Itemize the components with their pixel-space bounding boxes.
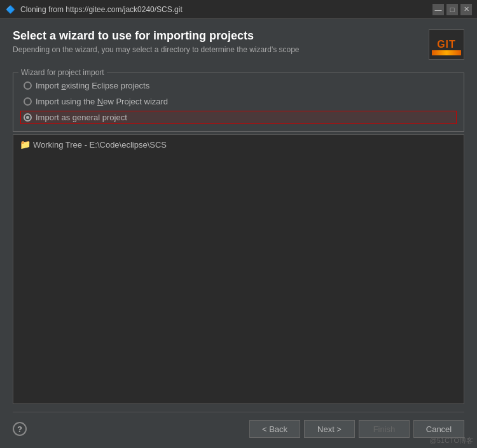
tree-item-working-tree[interactable]: 📁 Working Tree - E:\Code\eclipse\SCS bbox=[16, 137, 461, 151]
close-button[interactable]: ✕ bbox=[460, 4, 472, 15]
group-box-legend: Wizard for project import bbox=[18, 68, 107, 77]
main-content: Select a wizard to use for importing pro… bbox=[0, 19, 477, 448]
minimize-button[interactable]: — bbox=[432, 4, 444, 15]
title-bar-text: Cloning from https://gitee.com/jack0240/… bbox=[20, 5, 427, 14]
separator bbox=[13, 412, 464, 412]
next-button[interactable]: Next > bbox=[304, 420, 355, 438]
button-group: < Back Next > Finish Cancel bbox=[249, 420, 464, 438]
radio-label-general: Import as general project bbox=[36, 113, 127, 122]
radio-label-existing: Import existing Eclipse projects bbox=[36, 81, 149, 90]
back-button[interactable]: < Back bbox=[249, 420, 300, 438]
header-text-block: Select a wizard to use for importing pro… bbox=[13, 29, 421, 54]
radio-label-new-project: Import using the New Project wizard bbox=[36, 97, 168, 106]
folder-icon: 📁 bbox=[20, 139, 31, 150]
title-bar: 🔷 Cloning from https://gitee.com/jack024… bbox=[0, 0, 477, 19]
help-button[interactable]: ? bbox=[13, 422, 27, 436]
tree-item-label: Working Tree - E:\Code\eclipse\SCS bbox=[33, 140, 167, 150]
wizard-group-box: Wizard for project import Import existin… bbox=[13, 73, 464, 132]
git-logo: GIT bbox=[429, 29, 464, 60]
header: Select a wizard to use for importing pro… bbox=[13, 29, 464, 60]
window-icon: 🔷 bbox=[5, 4, 15, 15]
radio-input-general[interactable] bbox=[24, 113, 32, 122]
bottom-row: ? < Back Next > Finish Cancel bbox=[13, 420, 464, 438]
radio-option-new-project[interactable]: Import using the New Project wizard bbox=[21, 95, 456, 108]
restore-button[interactable]: □ bbox=[446, 4, 458, 15]
window-controls: — □ ✕ bbox=[432, 4, 472, 15]
radio-input-new-project[interactable] bbox=[24, 97, 32, 106]
radio-option-existing[interactable]: Import existing Eclipse projects bbox=[21, 80, 456, 92]
page-subtitle: Depending on the wizard, you may select … bbox=[13, 45, 421, 54]
page-title: Select a wizard to use for importing pro… bbox=[13, 29, 421, 43]
radio-option-general[interactable]: Import as general project bbox=[21, 111, 456, 123]
git-logo-text: GIT bbox=[437, 39, 456, 50]
bottom-area: ? < Back Next > Finish Cancel bbox=[13, 412, 464, 438]
git-logo-bar bbox=[432, 50, 461, 55]
tree-area[interactable]: 📁 Working Tree - E:\Code\eclipse\SCS bbox=[13, 134, 464, 404]
finish-button[interactable]: Finish bbox=[359, 420, 410, 438]
radio-input-existing[interactable] bbox=[24, 81, 32, 90]
cancel-button[interactable]: Cancel bbox=[413, 420, 464, 438]
